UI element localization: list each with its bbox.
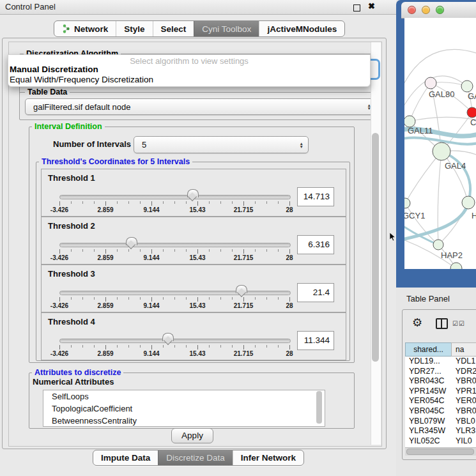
slider-tick [186,297,187,300]
apply-button[interactable]: Apply [171,428,213,443]
table-row[interactable]: YBR045C YBR0 [405,406,476,417]
slider-tick [209,249,210,252]
slider-tick [174,201,175,204]
slider-tick [128,345,129,348]
threshold-value-field[interactable]: 14.713 [297,187,334,206]
slider-tick [94,345,95,348]
table-row[interactable]: YLR345W YLR3 [405,426,476,436]
table-row[interactable]: YIL052C YIL0 [405,436,476,447]
network-icon [62,24,70,33]
mouse-cursor [390,233,396,242]
slider-tick-label: -3.426 [50,350,68,357]
slider-thumb[interactable] [126,237,137,245]
threshold-panel: Threshold 3 -3.4262.8599.14415.4321.7152… [41,265,346,312]
slider-tick-label: 9.144 [143,254,159,261]
threshold-value-field[interactable]: 21.4 [297,283,334,302]
slider-tick-label: 9.144 [143,206,159,213]
popup-item-manual-discretization[interactable]: Manual Discretization [10,65,98,74]
app-root: Control Panel ✖ Network Style Select Cyn… [0,0,476,476]
column-header-name[interactable]: na [451,342,476,357]
list-item[interactable]: SelfLoops [43,390,325,403]
select-columns-icon[interactable]: ☑☑ [452,320,465,327]
network-view[interactable]: GAL80GACGAL11GAL4GCY1HHAP2 [404,18,476,269]
column-header-shared-name[interactable]: shared... [405,342,452,357]
slider-thumb[interactable] [187,189,199,197]
slider-thumb[interactable] [236,285,247,293]
slider-tick [220,201,221,204]
slider-tick [186,201,187,204]
slider-thumb[interactable] [162,333,174,341]
tab-infer-network[interactable]: Infer Network [233,450,303,465]
numerical-attributes-list[interactable]: SelfLoopsTopologicalCoefficientBetweenne… [43,390,325,427]
slider-tick-label: 21.715 [234,350,254,357]
tab-style[interactable]: Style [116,21,152,36]
slider-tick-label: 28 [286,302,293,309]
network-graph: GAL80GACGAL11GAL4GCY1HHAP2 [404,18,476,269]
slider-tick [243,201,244,206]
threshold-value-field[interactable]: 6.316 [297,235,334,254]
slider-track[interactable] [59,291,291,295]
slider-tick [255,297,256,300]
slider-track[interactable] [59,195,291,199]
slider-tick [71,201,72,204]
table-row[interactable]: YER054C YER0 [405,396,476,406]
slider-tick [151,201,152,206]
table-data-groupbox: Table Data galFiltered.sif default node … [19,92,380,120]
float-window-icon[interactable] [353,4,360,12]
close-icon[interactable]: ✖ [368,1,375,11]
table-row[interactable]: YDR27... YDR2 [405,367,476,377]
table-row[interactable]: YDL19... YDL1 [405,357,476,367]
slider-tick [59,249,60,254]
slider-tick [140,201,141,204]
list-item[interactable]: TopologicalCoefficient [43,403,325,415]
slider-tick [209,297,210,300]
slider-tick-label: 15.43 [189,302,205,309]
tab-impute-data[interactable]: Impute Data [93,450,158,465]
table-hscrollbar-thumb[interactable] [406,449,474,455]
list-item[interactable]: BetweennessCentrality [43,415,325,427]
popup-item-equal-width[interactable]: Equal Width/Frequency Discretization [10,75,153,84]
gear-icon[interactable]: ⚙ [412,316,422,330]
tab-jactivemnodules[interactable]: jActiveMNodules [259,21,344,36]
slider-tick-label: 21.715 [234,302,254,309]
tab-cyni-toolbox[interactable]: Cyni Toolbox [194,21,259,36]
slider-tick [220,297,221,300]
svg-text:C: C [470,118,476,127]
slider-tick [105,201,106,206]
slider-tick [278,201,279,204]
slider-tick [243,297,244,302]
slider-tick [82,297,83,300]
zoom-traffic-light[interactable] [436,6,444,14]
slider-tick [232,249,233,252]
slider-tick [289,345,290,349]
slider-tick [71,345,72,348]
threshold-value-field[interactable]: 11.344 [297,331,334,350]
threshold-label: Threshold 4 [48,317,95,326]
slider-tick [174,249,175,252]
tab-discretize-data[interactable]: Discretize Data [158,450,233,465]
slider-tick [105,345,106,349]
slider-tick [174,297,175,300]
threshold-label: Threshold 3 [48,269,95,279]
slider-tick [232,297,233,300]
minimize-traffic-light[interactable] [422,6,430,14]
tab-network[interactable]: Network [54,21,116,36]
slider-track[interactable] [59,243,291,247]
number-of-intervals-combobox[interactable]: 5 ▲▼ [134,136,309,153]
table-row[interactable]: YBR043C YBR0 [405,376,476,387]
attributes-list-scrollbar[interactable] [316,391,322,424]
threshold-panel: Threshold 4 -3.4262.8599.14415.4321.7152… [41,312,346,360]
attributes-groupbox: Attributes to discretize Numerical Attri… [29,372,355,429]
close-traffic-light[interactable] [408,6,416,14]
table-data-combobox[interactable]: galFiltered.sif default node ▲▼ [25,98,376,115]
slider-tick [128,201,129,204]
slider-track[interactable] [59,339,291,343]
thresholds-groupbox: Threshold's Coordinates for 5 Intervals … [36,162,350,361]
show-columns-icon[interactable] [436,318,448,329]
slider-tick-label: 28 [286,206,293,213]
panel-scrollbar-thumb[interactable] [372,133,379,362]
table-row[interactable]: YBL079W YBL0 [405,417,476,427]
table-row[interactable]: YPR145W YPR1 [405,387,476,397]
slider-tick [255,201,256,204]
tab-select[interactable]: Select [153,21,194,36]
